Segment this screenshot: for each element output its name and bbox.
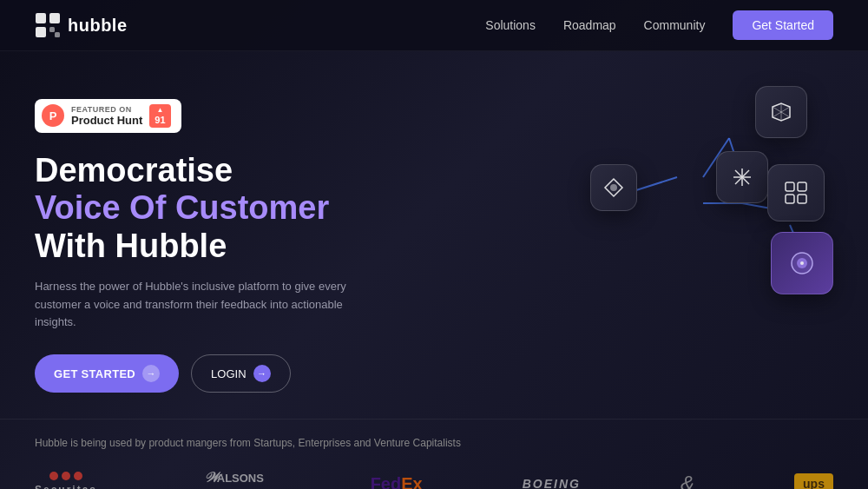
hubble-logo-icon	[35, 12, 61, 38]
hero-buttons: GET STARTED → LOGIN →	[35, 354, 373, 393]
arrow-icon-login: →	[253, 365, 271, 382]
svg-rect-18	[786, 195, 794, 203]
svg-rect-4	[55, 32, 60, 37]
logo-ups: ups	[794, 473, 833, 489]
nav-cta[interactable]: Get Started	[733, 17, 833, 33]
headline-line1: Democratise	[35, 152, 233, 188]
svg-line-10	[636, 177, 677, 190]
hero-visual	[556, 77, 851, 312]
svg-rect-19	[798, 195, 806, 203]
flow-diagram	[556, 77, 851, 312]
logos-section: Hubble is being used by product mangers …	[0, 419, 868, 489]
product-hunt-badge[interactable]: P FEATURED ON Product Hunt ▲ 91	[35, 99, 181, 133]
flow-card-bottom	[771, 232, 833, 294]
hero-section: P FEATURED ON Product Hunt ▲ 91 Democrat…	[0, 51, 868, 419]
logo-fedex: FedEx	[371, 474, 423, 489]
logo-securitas: Securitas	[35, 472, 97, 489]
nav-item-roadmap[interactable]: Roadmap	[563, 17, 616, 33]
logo-ampersand: &	[681, 472, 694, 489]
svg-point-11	[610, 184, 617, 191]
svg-point-22	[800, 261, 804, 265]
hero-content: P FEATURED ON Product Hunt ▲ 91 Democrat…	[35, 99, 373, 393]
svg-rect-17	[798, 182, 806, 191]
svg-rect-16	[786, 182, 794, 191]
flow-card-mid-right	[767, 164, 825, 221]
navbar: hubble Solutions Roadmap Community Get S…	[0, 0, 868, 51]
logo: hubble	[35, 12, 128, 38]
login-button[interactable]: LOGIN →	[191, 354, 290, 393]
hero-subtitle: Harness the power of Hubble's inclusive …	[35, 278, 373, 332]
flow-card-mid-left	[590, 164, 637, 211]
nav-item-solutions[interactable]: Solutions	[485, 17, 536, 33]
svg-rect-2	[49, 13, 60, 23]
ph-name: Product Hunt	[71, 114, 142, 127]
get-started-button[interactable]: GET STARTED →	[35, 354, 179, 393]
nav-item-community[interactable]: Community	[644, 17, 706, 33]
logo-text: hubble	[68, 16, 128, 36]
arrow-icon: →	[142, 365, 160, 382]
svg-rect-3	[49, 27, 55, 32]
ph-score: ▲ 91	[149, 104, 170, 128]
svg-rect-1	[36, 27, 46, 37]
headline-line2: Voice Of Customer	[35, 189, 329, 226]
ph-featured-label: FEATURED ON	[71, 105, 142, 114]
logo-boeing: BOEING	[523, 477, 581, 489]
logo-walsons: 𝒲ALSONS BUILDING FAITH	[197, 470, 271, 489]
svg-rect-0	[36, 13, 46, 23]
headline-line3: With Hubble	[35, 228, 227, 264]
flow-card-top	[755, 86, 807, 138]
flow-card-mid-center	[716, 151, 768, 203]
hero-headline: Democratise Voice Of Customer With Hubbl…	[35, 152, 373, 266]
ph-icon: P	[42, 104, 64, 127]
logos-row: Securitas 𝒲ALSONS BUILDING FAITH FedEx B…	[35, 470, 833, 489]
nav-links: Solutions Roadmap Community Get Started	[485, 17, 833, 33]
logos-tagline: Hubble is being used by product mangers …	[35, 437, 833, 449]
